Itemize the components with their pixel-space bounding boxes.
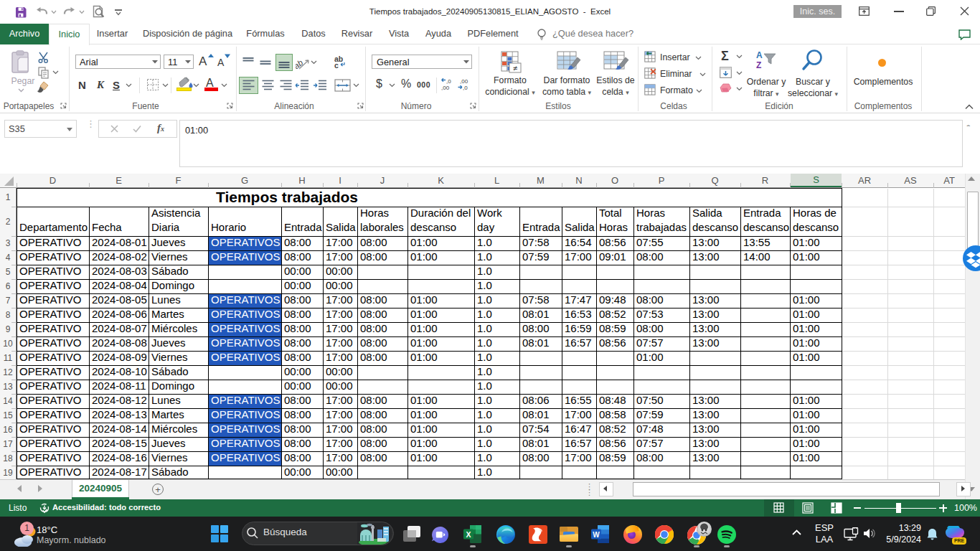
svg-text:,00: ,00 [460,78,468,85]
svg-text:Z: Z [756,60,761,70]
svg-text:,00: ,00 [441,85,450,91]
svg-text:,0: ,0 [446,78,451,85]
svg-text:A: A [756,50,763,60]
svg-text:c: c [334,61,339,69]
svg-text:≠: ≠ [513,64,517,72]
svg-text:,0: ,0 [463,85,468,91]
svg-text:X: X [466,530,471,539]
svg-text:W: W [593,531,600,539]
